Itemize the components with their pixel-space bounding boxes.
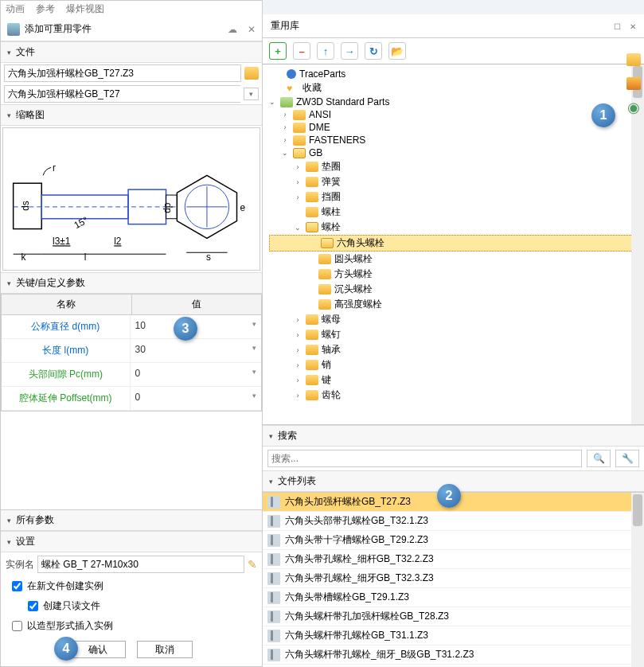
search-input[interactable]: [267, 450, 582, 467]
cb-create-readonly[interactable]: [28, 601, 38, 611]
file-path-input[interactable]: [4, 64, 241, 82]
section-settings[interactable]: 设置: [1, 531, 262, 552]
part-file-icon: [267, 515, 280, 528]
tree-item[interactable]: 高强度螺栓: [334, 298, 382, 311]
tree-item[interactable]: 方头螺栓: [334, 267, 373, 281]
add-button[interactable]: +: [269, 42, 287, 60]
tree-toggle[interactable]: ›: [280, 111, 290, 119]
tree-item[interactable]: 挡圈: [322, 190, 341, 204]
section-file[interactable]: 文件: [1, 41, 262, 63]
tree-toggle[interactable]: ›: [293, 178, 302, 186]
tree-toggle[interactable]: ›: [293, 392, 302, 400]
search-button[interactable]: 🔍: [587, 450, 611, 467]
svg-text:s: s: [206, 252, 211, 263]
tree-item[interactable]: 螺柱: [322, 205, 341, 219]
refresh-button[interactable]: ↻: [365, 42, 382, 60]
section-key-params[interactable]: 关键/自定义参数: [1, 272, 262, 294]
cb-insert-as-shape[interactable]: [12, 621, 22, 631]
file-item[interactable]: 六角头带十字槽螺栓GB_T29.2.Z3: [263, 531, 644, 550]
help-icon[interactable]: ☁: [228, 24, 237, 35]
tree-item[interactable]: 齿轮: [322, 388, 341, 402]
edit-icon[interactable]: ✎: [248, 558, 257, 571]
menu-animation[interactable]: 动画: [6, 2, 25, 16]
tree-item[interactable]: 螺钉: [322, 328, 341, 341]
param-cavity-offset-value[interactable]: 0: [131, 387, 262, 410]
section-all-params[interactable]: 所有参数: [1, 509, 262, 531]
section-thumbnail[interactable]: 缩略图: [1, 104, 262, 126]
tree-toggle[interactable]: ⌄: [293, 224, 302, 232]
ok-button[interactable]: 确认: [70, 641, 126, 658]
file-item[interactable]: 六角头带孔螺栓_细牙GB_T32.3.Z3: [263, 569, 644, 588]
tree-toggle[interactable]: ›: [293, 193, 302, 201]
config-dropdown[interactable]: ▾: [244, 88, 259, 100]
tree-toggle[interactable]: ›: [280, 136, 290, 144]
file-item[interactable]: 六角头螺杆带孔螺栓GB_T31.1.Z3: [263, 626, 644, 646]
favorites-icon: ♥: [287, 83, 299, 93]
standard-parts-icon: [280, 97, 293, 107]
file-item[interactable]: 六角头头部带孔螺栓GB_T32.1.Z3: [263, 512, 644, 531]
tree-toggle[interactable]: ⌄: [267, 98, 277, 106]
close-icon[interactable]: ✕: [248, 24, 256, 35]
tree-hex-head-bolt[interactable]: 六角头螺栓: [337, 236, 384, 250]
tree-item[interactable]: 键: [322, 373, 331, 387]
tree-bolt[interactable]: 螺栓: [322, 220, 341, 234]
tree-fasteners[interactable]: FASTENERS: [309, 135, 365, 146]
remove-button[interactable]: –: [293, 42, 310, 60]
forward-button[interactable]: →: [341, 42, 358, 60]
tree-favorites[interactable]: 收藏: [302, 81, 322, 95]
param-head-clearance-value[interactable]: 0: [131, 363, 262, 386]
folder-icon: [293, 110, 306, 120]
tree-item[interactable]: 垫圈: [322, 160, 341, 174]
badge-4: 4: [54, 637, 78, 661]
tree-item[interactable]: 轴承: [322, 343, 341, 357]
cb-create-in-new-file[interactable]: [12, 581, 22, 591]
tree-item[interactable]: 螺母: [322, 313, 341, 326]
library-tree[interactable]: TraceParts ♥收藏 ⌄ZW3D Standard Parts ›ANS…: [263, 64, 644, 425]
restore-icon[interactable]: ☐: [614, 22, 621, 31]
browse-icon[interactable]: [244, 67, 259, 80]
file-name: 六角头头部带孔螺栓GB_T32.1.Z3: [285, 514, 428, 528]
filelist-scrollbar[interactable]: [631, 493, 644, 667]
file-item[interactable]: 六角头带槽螺栓GB_T29.1.Z3: [263, 588, 644, 607]
menu-explode[interactable]: 爆炸视图: [66, 2, 104, 16]
cancel-button[interactable]: 取消: [137, 641, 193, 658]
tree-item[interactable]: 圆头螺栓: [334, 252, 373, 266]
tree-toggle[interactable]: ›: [293, 376, 302, 384]
sidebar-folder-icon[interactable]: [625, 51, 642, 68]
sidebar-cube-icon[interactable]: ◉: [625, 99, 642, 116]
tree-toggle[interactable]: ›: [293, 331, 302, 339]
folder-icon: [293, 135, 306, 146]
instance-name-input[interactable]: [37, 556, 244, 573]
folder-icon: [306, 390, 318, 400]
menu-reference[interactable]: 参考: [36, 2, 55, 16]
file-name: 六角头螺杆带孔加强杆螺栓GB_T28.Z3: [285, 610, 449, 623]
tree-gb[interactable]: GB: [309, 147, 322, 158]
file-item[interactable]: 六角头螺杆带孔螺栓_细牙_B级GB_T31.2.Z3: [263, 646, 644, 665]
section-search[interactable]: 搜索: [263, 425, 644, 447]
tree-standard-parts[interactable]: ZW3D Standard Parts: [296, 96, 389, 107]
tree-item[interactable]: 沉头螺栓: [334, 283, 373, 296]
tree-toggle[interactable]: ›: [280, 123, 290, 131]
tree-toggle[interactable]: ›: [293, 316, 302, 324]
search-settings-button[interactable]: 🔧: [615, 450, 639, 467]
sidebar-folder-alt-icon[interactable]: [625, 75, 642, 92]
tree-toggle[interactable]: ›: [293, 361, 302, 369]
tree-traceparts[interactable]: TraceParts: [299, 68, 345, 80]
part-file-icon: [267, 610, 280, 623]
tree-toggle[interactable]: ›: [293, 163, 302, 171]
tree-toggle[interactable]: ›: [293, 346, 302, 354]
file-list[interactable]: 六角头加强杆螺栓GB_T27.Z3 六角头头部带孔螺栓GB_T32.1.Z3 六…: [263, 492, 644, 667]
tree-toggle[interactable]: ⌄: [280, 149, 290, 157]
close-panel-icon[interactable]: ✕: [630, 22, 636, 31]
tree-dme[interactable]: DME: [309, 122, 330, 133]
tree-item[interactable]: 销: [322, 358, 331, 372]
file-item[interactable]: 六角头螺杆带孔加强杆螺栓GB_T28.Z3: [263, 607, 644, 626]
config-input[interactable]: [4, 85, 240, 103]
up-button[interactable]: ↑: [317, 42, 334, 60]
tree-item[interactable]: 弹簧: [322, 175, 341, 189]
file-item[interactable]: 六角头带孔螺栓_细杆GB_T32.2.Z3: [263, 550, 644, 569]
svg-text:l3±1: l3±1: [53, 236, 71, 247]
tree-ansi[interactable]: ANSI: [309, 109, 331, 120]
param-length-value[interactable]: 30: [131, 339, 262, 362]
open-folder-button[interactable]: 📂: [388, 42, 406, 60]
